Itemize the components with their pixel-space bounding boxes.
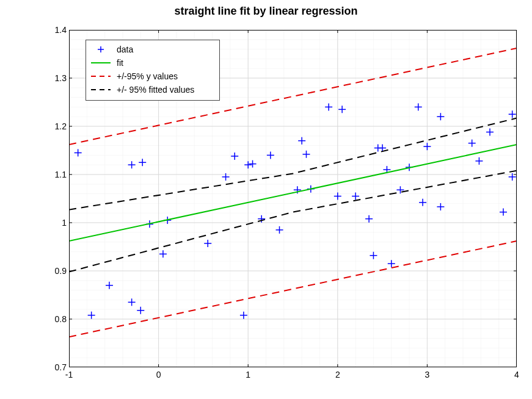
legend-swatch-fit [90, 56, 112, 70]
y-tick-label: 1 [30, 218, 67, 228]
legend-label-data: data [117, 45, 216, 54]
y-tick-label: 0.7 [30, 362, 67, 372]
x-tick-label: 1 [246, 370, 250, 379]
y-tick-label: 1.3 [30, 73, 67, 83]
x-tick-label: 2 [335, 370, 340, 379]
chart-container: straight line fit by linear regression d… [0, 0, 532, 399]
y-tick-label: 1.1 [30, 170, 67, 179]
y-tick-label: 1.2 [30, 121, 67, 131]
x-tick-label: 3 [425, 370, 429, 379]
line-+/- 95% fitted values [69, 118, 517, 210]
legend-entry-pred95: +/-95% y values [90, 70, 216, 83]
x-tick-label: -1 [65, 370, 73, 379]
line-+/- 95% fitted values [69, 171, 517, 272]
legend-label-fit95: +/- 95% fitted values [117, 85, 216, 95]
legend-entry-fit95: +/- 95% fitted values [90, 83, 216, 96]
x-tick-label: 0 [156, 370, 161, 379]
chart-title: straight line fit by linear regression [0, 5, 532, 18]
y-tick-label: 1.4 [30, 25, 67, 35]
x-tick-label: 4 [514, 370, 519, 379]
y-tick-label: 0.9 [30, 266, 67, 276]
legend: data fit +/-95% y values +/- 95% fitted … [86, 40, 220, 101]
legend-entry-fit: fit [90, 56, 216, 70]
legend-label-pred95: +/-95% y values [117, 71, 216, 81]
y-tick-label: 0.8 [30, 314, 67, 324]
legend-swatch-pred95 [90, 70, 112, 83]
legend-entry-data: data [90, 43, 216, 56]
legend-swatch-fit95 [90, 83, 112, 96]
legend-swatch-data [90, 43, 112, 56]
legend-label-fit: fit [117, 58, 216, 68]
line-+/-95% y values [69, 241, 517, 337]
line-fit [69, 145, 517, 241]
